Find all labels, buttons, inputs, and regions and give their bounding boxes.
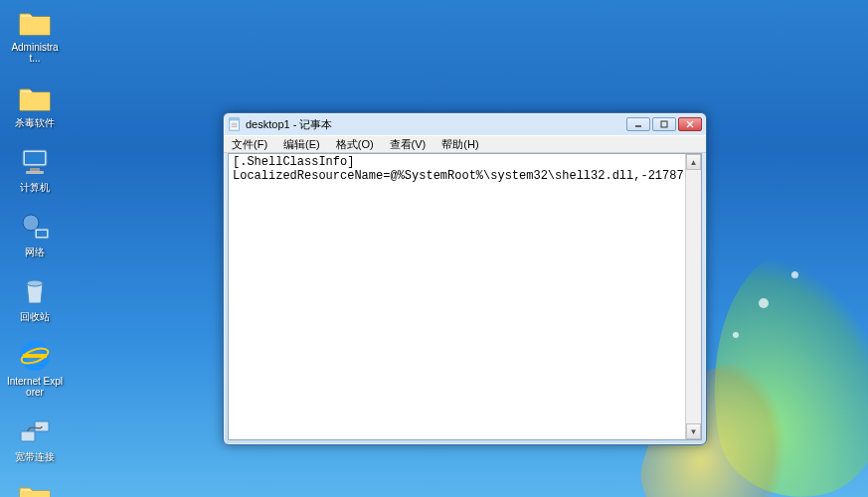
ie-icon [17, 338, 53, 374]
desktop-icon-label: 宽带连接 [15, 451, 55, 462]
desktop-icon-network[interactable]: 网络 [4, 207, 66, 259]
svg-rect-1 [25, 152, 45, 164]
desktop-icons-area: Administrat...杀毒软件计算机网络回收站Internet Explo… [4, 2, 66, 497]
folder8-icon [17, 478, 53, 497]
menubar: 文件(F) 编辑(E) 格式(O) 查看(V) 帮助(H) [224, 135, 706, 153]
scroll-down-button[interactable]: ▼ [686, 423, 701, 439]
notepad-icon [228, 117, 242, 131]
svg-rect-6 [37, 231, 47, 237]
window-control-buttons [624, 117, 702, 131]
scroll-up-button[interactable]: ▲ [686, 154, 701, 170]
network-icon [17, 209, 53, 245]
svg-rect-18 [661, 121, 667, 127]
menu-help[interactable]: 帮助(H) [437, 137, 482, 152]
menu-format[interactable]: 格式(O) [332, 137, 378, 152]
menu-edit[interactable]: 编辑(E) [279, 137, 324, 152]
svg-rect-10 [21, 431, 35, 441]
text-area-wrapper: ▲ ▼ [228, 153, 702, 440]
desktop-icon-ie[interactable]: Internet Explorer [4, 336, 66, 400]
recyclebin-icon [17, 273, 53, 309]
menu-view[interactable]: 查看(V) [386, 137, 431, 152]
svg-rect-3 [26, 171, 44, 174]
maximize-button[interactable] [652, 117, 676, 131]
notepad-textarea[interactable] [229, 154, 685, 439]
svg-point-7 [27, 280, 43, 286]
desktop-icon-administrator[interactable]: Administrat... [4, 2, 66, 66]
broadband-icon [17, 414, 53, 449]
administrator-icon [17, 4, 53, 40]
desktop-icon-broadband[interactable]: 宽带连接 [4, 412, 66, 464]
titlebar[interactable]: desktop1 - 记事本 [224, 113, 706, 135]
scroll-track[interactable] [686, 170, 701, 423]
minimize-button[interactable] [626, 117, 650, 131]
desktop-icon-label: Internet Explorer [6, 376, 64, 398]
window-title: desktop1 - 记事本 [246, 117, 624, 132]
desktop-icon-label: 回收站 [20, 311, 50, 322]
notepad-window: desktop1 - 记事本 文件(F) 编辑(E) 格式(O) 查看(V) 帮… [223, 112, 707, 445]
desktop-icon-folder8[interactable] [4, 476, 66, 497]
vertical-scrollbar[interactable]: ▲ ▼ [685, 154, 701, 439]
computer-icon [17, 144, 53, 180]
desktop-icon-computer[interactable]: 计算机 [4, 142, 66, 195]
close-button[interactable] [678, 117, 702, 131]
desktop-icon-label: Administrat... [6, 42, 64, 64]
menu-file[interactable]: 文件(F) [228, 137, 271, 152]
desktop-icon-label: 计算机 [20, 182, 50, 193]
svg-rect-2 [30, 168, 40, 171]
desktop-icon-antivirus[interactable]: 杀毒软件 [4, 78, 66, 130]
svg-rect-13 [230, 118, 240, 121]
antivirus-icon [17, 80, 53, 115]
desktop-icon-label: 杀毒软件 [15, 117, 55, 128]
desktop-icon-label: 网络 [25, 247, 45, 257]
desktop-icon-recyclebin[interactable]: 回收站 [4, 271, 66, 324]
